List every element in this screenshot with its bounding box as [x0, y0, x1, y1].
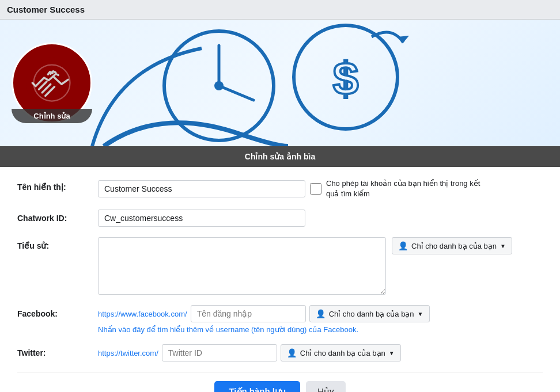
twitter-privacy-label: Chỉ cho danh bạ của bạn — [300, 349, 385, 357]
cover-area: $ — [0, 20, 560, 146]
svg-text:$: $ — [333, 53, 359, 104]
twitter-row: Twitter: https://twitter.com/ 👤 Chỉ cho … — [17, 344, 543, 361]
display-name-controls: Cho phép tài khoản của bạn hiển thị tron… — [98, 178, 543, 199]
facebook-input[interactable] — [191, 305, 306, 322]
display-name-input[interactable] — [98, 180, 305, 197]
bio-controls: 👤 Chỉ cho danh bạ của bạn ▼ — [98, 237, 543, 295]
form-section: Tên hiển thị: Cho phép tài khoản của bạn… — [0, 167, 560, 392]
twitter-input-row: https://twitter.com/ 👤 Chỉ cho danh bạ c… — [98, 344, 543, 361]
chatwork-input-row — [98, 210, 543, 227]
edit-cover-button[interactable]: Chỉnh sửa ảnh bìa — [0, 146, 560, 167]
bio-textarea[interactable] — [98, 237, 386, 295]
svg-line-3 — [219, 86, 253, 100]
search-visibility-checkbox[interactable] — [310, 183, 321, 195]
person-icon: 👤 — [398, 241, 408, 250]
page-title: Customer Success — [0, 0, 560, 20]
facebook-note[interactable]: Nhấn vào đây để tìm hiểu thêm về usernam… — [98, 325, 543, 334]
display-name-row: Tên hiển thị: Cho phép tài khoản của bạn… — [17, 178, 543, 199]
twitter-input[interactable] — [162, 344, 277, 361]
display-name-input-row: Cho phép tài khoản của bạn hiển thị tron… — [98, 178, 543, 199]
twitter-label: Twitter: — [17, 344, 98, 357]
chatwork-row: Chatwork ID: — [17, 210, 543, 227]
facebook-controls: https://www.facebook.com/ 👤 Chỉ cho danh… — [98, 305, 543, 334]
bio-label: Tiểu sử: — [17, 237, 98, 250]
chatwork-input[interactable] — [98, 210, 305, 227]
bio-row: Tiểu sử: 👤 Chỉ cho danh bạ của bạn ▼ — [17, 237, 543, 295]
avatar-icon — [26, 57, 78, 109]
twitter-controls: https://twitter.com/ 👤 Chỉ cho danh bạ c… — [98, 344, 543, 361]
bio-privacy-label: Chỉ cho danh bạ của bạn — [411, 242, 497, 250]
search-hint-text: Cho phép tài khoản của bạn hiển thị tron… — [326, 178, 487, 199]
chatwork-label: Chatwork ID: — [17, 210, 98, 223]
edit-avatar-button[interactable]: Chỉnh sửa — [12, 109, 92, 123]
facebook-label: Facebook: — [17, 305, 98, 318]
chevron-down-icon: ▼ — [500, 243, 506, 249]
person-icon-fb: 👤 — [316, 309, 326, 318]
facebook-input-row: https://www.facebook.com/ 👤 Chỉ cho danh… — [98, 305, 543, 322]
twitter-privacy-select[interactable]: 👤 Chỉ cho danh bạ của bạn ▼ — [281, 344, 401, 361]
bio-privacy-select[interactable]: 👤 Chỉ cho danh bạ của bạn ▼ — [392, 237, 512, 254]
person-icon-tw: 👤 — [287, 348, 297, 357]
button-row: Tiến hành lưu Hủy — [17, 372, 543, 392]
chevron-down-icon-fb: ▼ — [418, 311, 423, 317]
facebook-privacy-select[interactable]: 👤 Chỉ cho danh bạ của bạn ▼ — [309, 305, 430, 322]
display-name-label: Tên hiển thị: — [17, 178, 98, 192]
cancel-button[interactable]: Hủy — [306, 381, 345, 392]
avatar-area: Chỉnh sửa — [12, 43, 92, 123]
chevron-down-icon-tw: ▼ — [389, 350, 395, 356]
twitter-url-prefix: https://twitter.com/ — [98, 349, 158, 357]
page-wrapper: Customer Success $ — [0, 0, 560, 392]
facebook-privacy-label: Chỉ cho danh bạ của bạn — [329, 310, 414, 318]
save-button[interactable]: Tiến hành lưu — [214, 381, 300, 392]
chatwork-controls — [98, 210, 543, 227]
facebook-row: Facebook: https://www.facebook.com/ 👤 Ch… — [17, 305, 543, 334]
facebook-url-prefix: https://www.facebook.com/ — [98, 310, 187, 318]
